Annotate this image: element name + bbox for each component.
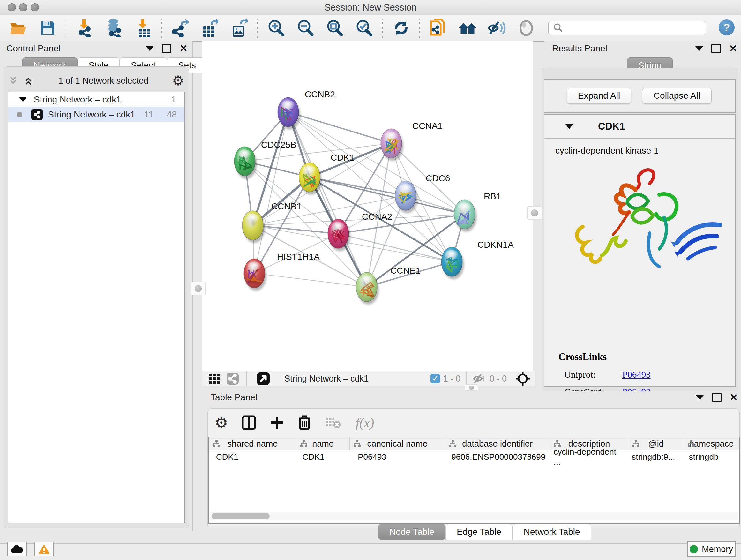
zoom-out-icon[interactable] <box>296 19 315 37</box>
column-header-name[interactable]: name <box>296 437 350 450</box>
fit-selected-crosshair-icon[interactable] <box>515 371 530 386</box>
crosslink-link[interactable]: P06493 <box>622 369 651 380</box>
table-row[interactable]: CDK1CDK1P064939606.ENSP00000378699cyclin… <box>209 450 739 463</box>
table-cell[interactable]: 9606.ENSP00000378699 <box>444 450 546 463</box>
results-panel-close-icon[interactable]: ✕ <box>729 45 737 52</box>
export-image-icon[interactable] <box>230 19 248 37</box>
toggle-view-icon[interactable] <box>517 19 536 37</box>
table-cell[interactable]: stringdb <box>682 450 739 463</box>
network-collection-row[interactable]: String Network – cdk1 1 <box>8 92 185 107</box>
tab-node-table[interactable]: Node Table <box>378 524 446 540</box>
table-cell[interactable]: stringdb:9... <box>625 450 682 463</box>
results-panel-maximize-icon[interactable] <box>711 44 721 53</box>
right-splitter-handle[interactable] <box>527 206 542 220</box>
table-panel: Table Panel ✕ ⚙ f(x) shared namenamecano… <box>207 391 741 525</box>
duplicate-network-icon[interactable] <box>429 19 448 37</box>
grid-view-icon[interactable] <box>207 372 221 385</box>
delete-column-icon[interactable] <box>298 415 311 430</box>
import-database-icon[interactable] <box>105 19 123 37</box>
network-node-CCNE1[interactable] <box>356 272 379 305</box>
column-header-databaseidentifier[interactable]: database identifier <box>445 437 550 450</box>
collapse-all-chevron-icon[interactable] <box>9 76 19 85</box>
network-node-CCNB1[interactable] <box>242 211 265 243</box>
tab-network-table[interactable]: Network Table <box>513 524 591 540</box>
show-columns-icon[interactable] <box>242 415 256 430</box>
table-panel-maximize-icon[interactable] <box>712 393 722 402</box>
network-options-gear-icon[interactable]: ⚙ <box>172 74 184 87</box>
table-cell[interactable]: CDK1 <box>209 450 295 463</box>
memory-button[interactable]: Memory <box>687 541 736 557</box>
control-panel-maximize-icon[interactable] <box>162 44 172 53</box>
table-panel-float-icon[interactable] <box>696 395 704 400</box>
import-network-icon[interactable] <box>75 19 94 37</box>
import-table-icon[interactable] <box>134 19 152 37</box>
network-node-HIST1H1A[interactable] <box>244 259 266 291</box>
network-node-CDKN1A[interactable] <box>441 247 464 279</box>
control-panel-title: Control Panel <box>6 44 61 54</box>
refresh-icon[interactable] <box>392 19 410 37</box>
zoom-in-icon[interactable] <box>267 19 285 37</box>
network-node-CCNA2[interactable] <box>328 219 350 251</box>
collection-expand-icon[interactable] <box>19 97 27 102</box>
main-toolbar: ? <box>0 15 741 42</box>
open-session-icon[interactable] <box>9 19 27 37</box>
warning-button[interactable] <box>34 542 54 557</box>
home-icon[interactable] <box>458 19 477 37</box>
tab-edge-table[interactable]: Edge Table <box>446 524 513 540</box>
scrollbar-thumb[interactable] <box>212 513 270 519</box>
table-cell[interactable]: CDK1 <box>295 450 351 463</box>
expand-all-chevron-icon[interactable] <box>24 76 35 85</box>
network-edge-CCNB2-HIST1H1A[interactable] <box>254 112 288 273</box>
column-header-namespace[interactable]: namespace <box>684 437 739 450</box>
add-column-icon[interactable] <box>270 415 284 430</box>
bottom-splitter-handle[interactable] <box>465 384 478 391</box>
selected-nodes-checkbox[interactable]: ✓ <box>430 374 440 383</box>
network-node-CCNB2[interactable] <box>278 98 300 130</box>
table-panel-close-icon[interactable]: ✕ <box>730 394 738 401</box>
network-node-CDC6[interactable] <box>395 181 418 213</box>
network-edge-RB1-CCNA2[interactable] <box>338 214 465 234</box>
control-panel-float-icon[interactable] <box>146 46 153 51</box>
search-field[interactable] <box>548 21 706 36</box>
zoom-fit-icon[interactable] <box>326 19 344 37</box>
network-label: String Network – cdk1 <box>48 110 135 120</box>
help-icon[interactable]: ? <box>719 19 735 36</box>
export-network-icon[interactable] <box>171 19 190 37</box>
collapse-all-button[interactable]: Collapse All <box>642 88 712 104</box>
cdk1-entry-header[interactable]: CDK1 <box>544 115 735 138</box>
results-panel-float-icon[interactable] <box>695 46 703 51</box>
network-edge-CCNB2-CCNA1[interactable] <box>288 112 391 143</box>
table-cell[interactable]: cyclin-dependent ... <box>546 450 624 463</box>
save-session-icon[interactable] <box>38 19 57 37</box>
column-header-id[interactable]: @id <box>628 437 684 450</box>
expand-all-button[interactable]: Expand All <box>567 88 631 104</box>
left-splitter-handle[interactable] <box>191 282 205 295</box>
node-label-RB1: RB1 <box>484 191 501 201</box>
control-panel-close-icon[interactable]: ✕ <box>180 45 188 52</box>
column-header-sharedname[interactable]: shared name <box>209 437 296 450</box>
network-edge-HIST1H1A-CCNE1[interactable] <box>254 273 367 287</box>
window-title: Session: New Session <box>0 2 741 13</box>
node-label-CCNE1: CCNE1 <box>390 266 421 275</box>
column-header-description[interactable]: description <box>550 437 628 450</box>
network-node-count: 11 <box>144 110 153 120</box>
network-canvas[interactable]: CCNB2CCNA1CDC25BCDK1CDC6RB1CCNB1CCNA2CDK… <box>202 41 533 371</box>
column-header-canonicalname[interactable]: canonical name <box>350 437 445 450</box>
function-builder-icon: f(x) <box>355 415 374 430</box>
search-input[interactable] <box>564 21 705 36</box>
hidden-eye-icon[interactable] <box>472 373 486 384</box>
cloud-button[interactable] <box>7 542 27 557</box>
table-horizontal-scrollbar[interactable] <box>210 512 738 520</box>
network-share-view-icon[interactable] <box>226 372 239 385</box>
zoom-selected-icon[interactable] <box>355 19 374 37</box>
hide-unhide-icon[interactable] <box>488 19 506 37</box>
cdk1-collapse-icon[interactable] <box>565 124 573 129</box>
table-cell[interactable]: P06493 <box>351 450 444 463</box>
birds-eye-view-icon[interactable] <box>256 372 270 386</box>
network-row[interactable]: String Network – cdk1 11 48 <box>8 107 185 122</box>
export-table-icon[interactable] <box>200 19 219 37</box>
table-options-gear-icon[interactable]: ⚙ <box>215 416 228 429</box>
node-table[interactable]: shared namenamecanonical namedatabase id… <box>208 437 740 523</box>
hidden-counts: 0 - 0 <box>489 374 507 384</box>
network-node-RB1[interactable] <box>454 199 477 232</box>
